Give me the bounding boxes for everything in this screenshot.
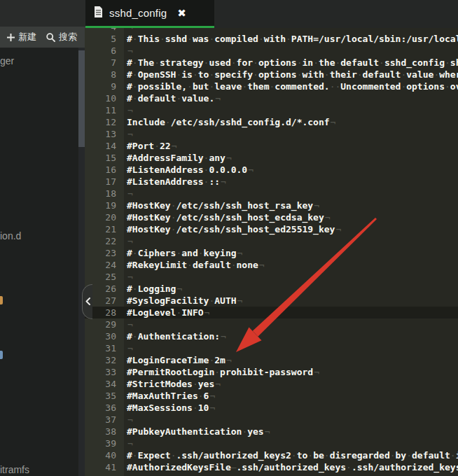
line-number[interactable]: 10 xyxy=(85,92,124,104)
code-line-39[interactable]: 39¬ xyxy=(85,438,458,449)
line-number[interactable]: 29 xyxy=(85,318,124,330)
line-number[interactable]: 9 xyxy=(85,80,124,92)
eol-marker: ¬ xyxy=(259,260,265,270)
line-number[interactable]: 13 xyxy=(85,128,124,140)
space-marker: · xyxy=(204,164,209,175)
line-number[interactable]: 8 xyxy=(85,69,124,80)
line-content: #StrictModes·yes¬ xyxy=(124,378,458,390)
line-content: ¬ xyxy=(124,342,458,354)
code-line-9[interactable]: 9#·possible,·but·leave·them·commented.··… xyxy=(85,80,458,92)
sidebar-scrollbar-track[interactable] xyxy=(78,48,85,476)
line-content: ¬ xyxy=(124,128,458,140)
code-line-37[interactable]: 37¬ xyxy=(85,414,458,426)
line-number[interactable]: 16 xyxy=(85,164,124,176)
code-line-5[interactable]: 5#·This·sshd·was·compiled·with·PATH=/usr… xyxy=(85,33,458,45)
line-number[interactable]: 36 xyxy=(85,402,124,414)
tree-item-partial[interactable]: itramfs xyxy=(0,464,29,475)
line-number[interactable]: 41 xyxy=(85,461,124,473)
code-line-30[interactable]: 30#·Authentication:¬ xyxy=(85,330,458,342)
line-content: #·Logging¬ xyxy=(124,283,458,295)
code-line-31[interactable]: 31¬ xyxy=(85,342,458,354)
code-line-38[interactable]: 38#PubkeyAuthentication·yes¬ xyxy=(85,426,458,438)
code-line-24[interactable]: 24#RekeyLimit·default·none¬ xyxy=(85,259,458,271)
line-number[interactable]: 38 xyxy=(85,426,124,438)
code-line-6[interactable]: 6¬ xyxy=(85,45,458,57)
code-line-12[interactable]: 12Include·/etc/ssh/sshd_config.d/*.conf¬ xyxy=(85,116,458,128)
line-number[interactable]: 20 xyxy=(85,211,124,223)
code-line-27[interactable]: 27#SyslogFacility·AUTH¬ xyxy=(85,295,458,307)
line-number[interactable]: 23 xyxy=(85,247,124,259)
space-marker: · xyxy=(209,295,214,306)
code-line-21[interactable]: 21#HostKey·/etc/ssh/ssh_host_ed25519_key… xyxy=(85,223,458,235)
line-number[interactable]: 15 xyxy=(85,152,124,164)
line-number[interactable]: 12 xyxy=(85,116,124,128)
new-file-button[interactable]: 新建 xyxy=(7,31,36,43)
code-line-34[interactable]: 34#StrictModes·yes¬ xyxy=(85,378,458,390)
line-number[interactable]: 33 xyxy=(85,366,124,378)
code-line-16[interactable]: 16#ListenAddress·0.0.0.0¬ xyxy=(85,164,458,176)
line-number[interactable]: 30 xyxy=(85,330,124,342)
line-number[interactable]: 35 xyxy=(85,390,124,402)
line-number[interactable]: 17 xyxy=(85,176,124,188)
code-line-35[interactable]: 35#MaxAuthTries·6¬ xyxy=(85,390,458,402)
code-line-11[interactable]: 11¬ xyxy=(85,104,458,116)
sidebar-scrollbar-thumb[interactable] xyxy=(78,50,85,147)
line-number[interactable]: 7 xyxy=(85,57,124,69)
code-line-8[interactable]: 8#·OpenSSH·is·to·specify·options·with·th… xyxy=(85,69,458,80)
space-marker: · xyxy=(450,450,456,461)
line-number[interactable]: 21 xyxy=(85,223,124,235)
code-line-40[interactable]: 40#·Expect·.ssh/authorized_keys2·to·be·d… xyxy=(85,449,458,461)
code-editor[interactable]: 4¬5#·This·sshd·was·compiled·with·PATH=/u… xyxy=(85,28,458,476)
code-line-28[interactable]: 28#LogLevel·INFO¬ xyxy=(85,307,458,318)
line-number[interactable]: 32 xyxy=(85,354,124,366)
line-number[interactable]: 40 xyxy=(85,449,124,461)
line-number[interactable]: 25 xyxy=(85,271,124,283)
line-number[interactable]: 31 xyxy=(85,342,124,354)
line-number[interactable]: 4 xyxy=(85,28,124,33)
code-line-20[interactable]: 20#HostKey·/etc/ssh/ssh_host_ecdsa_key¬ xyxy=(85,211,458,223)
code-line-23[interactable]: 23#·Ciphers·and·keying¬ xyxy=(85,247,458,259)
tab-sshd-config[interactable]: sshd_config ✖ xyxy=(85,0,214,28)
search-button[interactable]: 搜索 xyxy=(46,31,77,43)
code-line-15[interactable]: 15#AddressFamily·any¬ xyxy=(85,152,458,164)
space-marker: · xyxy=(176,248,181,258)
code-line-19[interactable]: 19#HostKey·/etc/ssh/ssh_host_rsa_key¬ xyxy=(85,200,458,211)
line-number[interactable]: 18 xyxy=(85,188,124,200)
eol-marker: ¬ xyxy=(226,153,232,163)
code-line-22[interactable]: 22¬ xyxy=(85,235,458,247)
code-line-14[interactable]: 14#Port·22¬ xyxy=(85,140,458,152)
line-number[interactable]: 14 xyxy=(85,140,124,152)
tree-item-partial[interactable]: ger xyxy=(0,55,14,66)
code-line-32[interactable]: 32#LoginGraceTime·2m¬ xyxy=(85,354,458,366)
tree-item-partial[interactable] xyxy=(0,351,3,359)
code-line-7[interactable]: 7#·The·strategy·used·for·options·in·the·… xyxy=(85,57,458,69)
line-number[interactable]: 5 xyxy=(85,33,124,45)
code-line-13[interactable]: 13¬ xyxy=(85,128,458,140)
code-line-26[interactable]: 26#·Logging¬ xyxy=(85,283,458,295)
file-tree: gerion.ditramfs xyxy=(0,48,78,476)
code-line-18[interactable]: 18¬ xyxy=(85,188,458,200)
line-number[interactable]: 22 xyxy=(85,235,124,247)
code-line-17[interactable]: 17#ListenAddress·::¬ xyxy=(85,176,458,188)
space-marker: · xyxy=(379,57,384,68)
code-line-4[interactable]: 4¬ xyxy=(85,28,458,33)
line-content: ¬ xyxy=(124,235,458,247)
code-line-25[interactable]: 25¬ xyxy=(85,271,458,283)
code-line-41[interactable]: 41#AuthorizedKeysFile—.ssh/authorized_ke… xyxy=(85,461,458,473)
line-number[interactable]: 6 xyxy=(85,45,124,57)
line-number[interactable]: 24 xyxy=(85,259,124,271)
line-number[interactable]: 39 xyxy=(85,438,124,449)
tab-close-icon[interactable]: ✖ xyxy=(177,8,186,18)
tree-item-partial[interactable] xyxy=(0,296,3,304)
code-line-29[interactable]: 29¬ xyxy=(85,318,458,330)
line-number[interactable]: 34 xyxy=(85,378,124,390)
code-line-10[interactable]: 10#·default·value.¬ xyxy=(85,92,458,104)
line-number[interactable]: 19 xyxy=(85,200,124,211)
line-number[interactable]: 11 xyxy=(85,104,124,116)
sidebar-collapse-handle[interactable] xyxy=(82,284,92,319)
code-line-36[interactable]: 36#MaxSessions·10¬ xyxy=(85,402,458,414)
tree-item-partial[interactable]: ion.d xyxy=(0,230,21,241)
code-line-33[interactable]: 33#PermitRootLogin·prohibit-password¬ xyxy=(85,366,458,378)
line-number[interactable]: 37 xyxy=(85,414,124,426)
line-content: #·possible,·but·leave·them·commented.··U… xyxy=(124,80,458,92)
